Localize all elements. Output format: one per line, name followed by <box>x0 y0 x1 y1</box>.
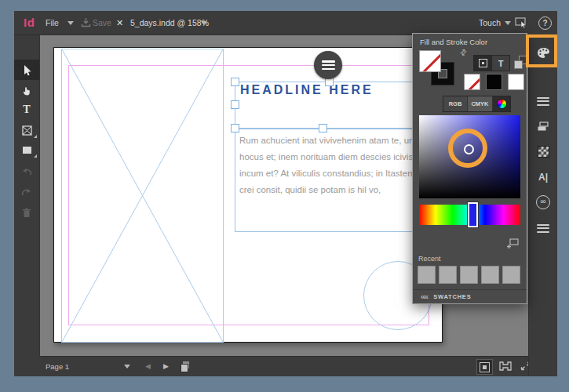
object-icon <box>479 59 487 67</box>
close-document-icon[interactable]: ✕ <box>116 18 123 28</box>
tab-rgb[interactable]: RGB <box>443 96 467 111</box>
tab-cmyk[interactable]: CMYK <box>467 96 492 111</box>
rectangle-tool-button[interactable] <box>14 140 39 160</box>
context-menu-button[interactable] <box>314 51 342 79</box>
character-styles-icon: A| <box>538 172 548 183</box>
zoom-caret-icon[interactable] <box>201 21 207 25</box>
layers-icon <box>537 121 549 132</box>
tab-color-wheel[interactable] <box>492 96 510 111</box>
color-field[interactable] <box>419 115 520 198</box>
swatch-none[interactable] <box>464 74 480 90</box>
handle-top-left[interactable] <box>231 78 239 86</box>
none-slash-icon <box>465 74 480 90</box>
recent-swatch[interactable] <box>481 266 499 284</box>
next-page-button[interactable]: ▶ <box>163 362 169 370</box>
recent-swatch[interactable] <box>502 266 520 284</box>
previous-page-button: ◀ <box>145 362 151 370</box>
transparency-checker-icon <box>538 146 549 158</box>
chevrons-left-icon: «« <box>421 292 428 301</box>
text-icon: T <box>498 59 504 68</box>
workspace-mode[interactable]: Touch <box>479 18 501 27</box>
swatches-label: SWATCHES <box>433 293 471 300</box>
front-square-icon <box>514 60 523 69</box>
spread-view-button[interactable] <box>498 359 512 373</box>
panel-title: Fill and Stroke Color <box>420 38 487 46</box>
normal-view-icon <box>480 362 490 372</box>
document-page[interactable]: HEADLINE HERE Rum achucient inat viviveh… <box>53 47 443 343</box>
help-button[interactable]: ? <box>538 16 552 30</box>
apply-to-object-button[interactable] <box>474 56 492 71</box>
tutorial-highlight-ring <box>448 129 487 168</box>
handle-bottom-left[interactable] <box>231 124 239 132</box>
handle-bottom-center[interactable] <box>319 124 327 132</box>
undo-button <box>14 161 39 181</box>
rectangle-frame-icon <box>22 125 32 136</box>
recent-swatch[interactable] <box>460 266 478 284</box>
redo-button <box>14 181 39 201</box>
swap-fill-stroke-icon[interactable]: ⇄ <box>458 47 469 58</box>
redo-icon <box>21 187 32 196</box>
creative-cloud-icon: ∞ <box>536 195 550 209</box>
tools-panel: T <box>14 34 40 376</box>
menu-lines-icon <box>537 97 549 106</box>
handle-left-center[interactable] <box>231 100 239 109</box>
menu-lines-icon <box>537 224 549 233</box>
indesign-logo: Id <box>24 16 35 29</box>
panel-dock: A| ∞ <box>528 34 557 376</box>
rectangle-icon <box>22 146 32 154</box>
hand-tool-icon <box>21 85 32 96</box>
recent-swatch[interactable] <box>418 266 436 284</box>
selection-tool-button[interactable] <box>14 60 39 80</box>
recent-swatch[interactable] <box>439 266 457 284</box>
headline-text[interactable]: HEADLINE HERE <box>240 83 374 97</box>
add-swatch-icon[interactable] <box>506 238 519 249</box>
type-tool-icon: T <box>23 103 30 116</box>
none-slash-icon <box>421 50 441 72</box>
document-title[interactable]: 5_days.indd @ 158% <box>130 18 209 27</box>
type-tool-button[interactable]: T <box>14 100 39 120</box>
color-wheel-icon <box>497 99 507 109</box>
status-bar: Page 1 ◀ ▶ <box>39 356 529 376</box>
save-button: Save <box>93 18 111 27</box>
apply-to-toggle: T <box>473 55 510 71</box>
mode-caret-icon[interactable] <box>505 21 511 25</box>
page-indicator[interactable]: Page 1 <box>46 362 69 371</box>
color-mode-tabs: RGB CMYK <box>443 96 511 112</box>
dock-menu-button[interactable] <box>529 216 557 240</box>
flyout-indicator <box>34 154 37 158</box>
frame-tool-button[interactable] <box>14 120 39 140</box>
recent-label: Recent <box>418 255 441 263</box>
page-tool-button[interactable] <box>14 80 39 100</box>
page-list-caret-icon[interactable] <box>124 365 130 368</box>
undo-icon <box>21 166 32 176</box>
hue-slider-thumb[interactable] <box>468 202 478 227</box>
properties-panel-button[interactable] <box>529 89 557 113</box>
save-icon <box>81 17 91 27</box>
file-menu-caret-icon[interactable] <box>67 21 74 25</box>
fill-stroke-panel: Fill and Stroke Color ⇄ T <box>412 33 527 304</box>
selection-arrow-icon <box>21 64 32 76</box>
swatch-white[interactable] <box>508 74 524 90</box>
pages-panel-icon[interactable] <box>181 361 190 372</box>
file-menu[interactable]: File <box>46 18 59 27</box>
trash-icon <box>22 208 31 218</box>
flyout-indicator <box>34 135 37 138</box>
menu-icon <box>322 60 335 70</box>
spread-view-icon <box>499 361 512 371</box>
swatch-black[interactable] <box>486 74 502 90</box>
swatches-expander[interactable]: «« SWATCHES <box>413 290 527 303</box>
effects-panel-button[interactable] <box>529 140 557 163</box>
character-panel-button[interactable]: A| <box>529 165 557 189</box>
normal-view-button[interactable] <box>476 359 493 375</box>
tutorial-highlight-box <box>526 34 557 67</box>
cc-libraries-button[interactable]: ∞ <box>529 191 557 214</box>
top-bar: Id File Save ✕ 5_days.indd @ 158% Touch … <box>14 11 557 35</box>
delete-button <box>14 202 39 223</box>
layers-panel-button[interactable] <box>529 114 557 138</box>
input-mode-icon[interactable] <box>515 16 528 29</box>
apply-to-text-button[interactable]: T <box>492 56 509 71</box>
fill-color-proxy[interactable] <box>419 50 441 72</box>
placeholder-x-icon <box>62 49 223 342</box>
app-window: Id File Save ✕ 5_days.indd @ 158% Touch … <box>14 11 557 376</box>
image-placeholder-frame[interactable] <box>61 49 224 343</box>
